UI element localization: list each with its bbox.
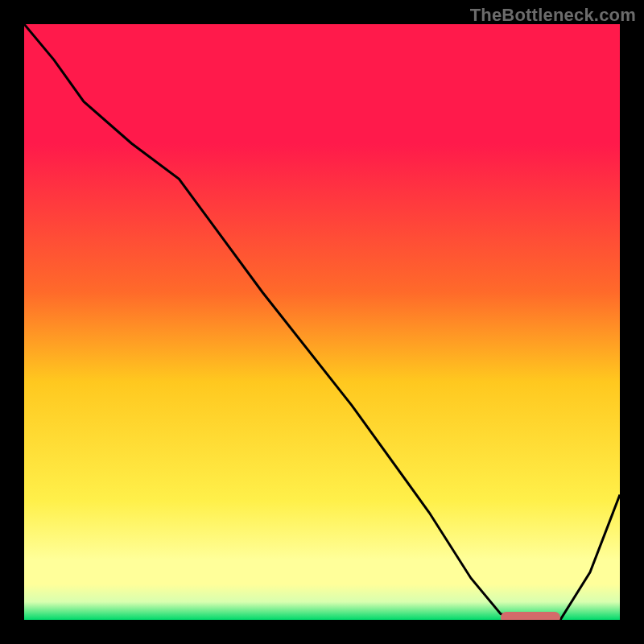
- gradient-background: [24, 24, 620, 620]
- chart-svg: [24, 24, 620, 620]
- plot-area: [24, 24, 620, 620]
- optimal-range-marker: [501, 612, 560, 620]
- chart-frame: TheBottleneck.com: [0, 0, 644, 644]
- watermark-text: TheBottleneck.com: [470, 5, 636, 26]
